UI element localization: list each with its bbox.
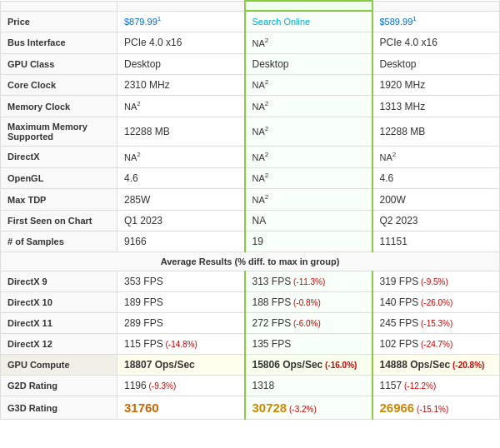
spec-v1: NA2 [118, 147, 245, 168]
spec-v2: 19 [245, 231, 372, 252]
avg-label: G2D Rating [1, 376, 118, 396]
col2-header [245, 1, 372, 11]
avg-v1: 189 FPS [118, 292, 245, 313]
price-link-v3[interactable]: $589.991 [380, 17, 417, 27]
spec-row: Memory ClockNA2NA21313 MHz [1, 96, 500, 117]
spec-label: Bus Interface [1, 32, 118, 54]
spec-row: Maximum Memory Supported12288 MBNA212288… [1, 117, 500, 147]
spec-v2: NA [245, 211, 372, 231]
spec-v3: 12288 MB [372, 117, 500, 147]
diff-v3: (-20.8%) [450, 361, 484, 370]
spec-v2: NA2 [245, 147, 372, 168]
diff-v3: (-26.0%) [418, 298, 452, 307]
spec-v2: NA2 [245, 189, 372, 211]
spec-v2: NA2 [245, 117, 372, 147]
spec-v2: NA2 [245, 167, 372, 189]
spec-row: Max TDP285WNA2200W [1, 189, 500, 211]
avg-v3: 26966 (-15.1%) [372, 396, 500, 420]
spec-v3: Q2 2023 [372, 211, 500, 231]
spec-v3: NA2 [372, 147, 500, 168]
diff-v1: (-14.8%) [163, 340, 198, 349]
avg-v1: 1196 (-9.3%) [118, 376, 245, 396]
avg-v2: 30728 (-3.2%) [245, 396, 372, 420]
section-header-text: Average Results (% diff. to max in group… [1, 252, 500, 271]
g3d-v3: 26966 [380, 401, 415, 415]
spec-row: # of Samples91661911151 [1, 231, 500, 252]
avg-v1: 31760 [118, 396, 245, 420]
spec-v1: 9166 [118, 231, 245, 252]
avg-v3: 319 FPS (-9.5%) [372, 271, 500, 292]
spec-label: Maximum Memory Supported [1, 117, 118, 147]
avg-row: DirectX 9353 FPS313 FPS (-11.3%)319 FPS … [1, 271, 500, 292]
spec-row: Bus InterfacePCIe 4.0 x16NA2PCIe 4.0 x16 [1, 32, 500, 54]
spec-v3: Desktop [372, 53, 500, 74]
spec-v1: $879.991 [118, 11, 245, 32]
section-header-row: Average Results (% diff. to max in group… [1, 252, 500, 271]
avg-v2: 135 FPS [245, 334, 372, 355]
avg-row: GPU Compute18807 Ops/Sec15806 Ops/Sec (-… [1, 355, 500, 376]
avg-v3: 245 FPS (-15.3%) [372, 313, 500, 334]
avg-v3: 1157 (-12.2%) [372, 376, 500, 396]
spec-row: OpenGL4.6NA24.6 [1, 167, 500, 189]
spec-label: Price [1, 11, 118, 32]
diff-v2: (-6.0%) [291, 319, 321, 328]
avg-row: DirectX 11289 FPS272 FPS (-6.0%)245 FPS … [1, 313, 500, 334]
col3-header [372, 1, 500, 11]
avg-v2: 188 FPS (-0.8%) [245, 292, 372, 313]
spec-v1: PCIe 4.0 x16 [118, 32, 245, 54]
col1-header [118, 1, 245, 11]
price-link-v1[interactable]: $879.991 [124, 17, 161, 27]
spec-v3: 1313 MHz [372, 96, 500, 117]
spec-v3: 11151 [372, 231, 500, 252]
spec-row: First Seen on ChartQ1 2023NAQ2 2023 [1, 211, 500, 231]
avg-row: DirectX 12115 FPS (-14.8%)135 FPS102 FPS… [1, 334, 500, 355]
spec-row: GPU ClassDesktopDesktopDesktop [1, 53, 500, 74]
avg-row: G3D Rating3176030728 (-3.2%)26966 (-15.1… [1, 396, 500, 420]
avg-v1: 289 FPS [118, 313, 245, 334]
spec-label: DirectX [1, 147, 118, 168]
diff-v3: (-9.5%) [418, 277, 448, 286]
diff-v3: (-12.2%) [402, 381, 436, 391]
avg-label: DirectX 9 [1, 271, 118, 292]
spec-v3: 200W [372, 189, 500, 211]
avg-label: DirectX 10 [1, 292, 118, 313]
spec-v1: Q1 2023 [118, 211, 245, 231]
spec-v2: NA2 [245, 96, 372, 117]
avg-v1: 18807 Ops/Sec [118, 355, 245, 376]
avg-label: DirectX 12 [1, 334, 118, 355]
search-link-v2[interactable]: Search Online [252, 17, 311, 27]
diff-v2: (-11.3%) [291, 277, 325, 286]
avg-v1: 353 FPS [118, 271, 245, 292]
spec-v1: 4.6 [118, 167, 245, 189]
spec-v1: 285W [118, 189, 245, 211]
spec-v3: PCIe 4.0 x16 [372, 32, 500, 54]
diff-v2: (-3.2%) [287, 405, 317, 414]
spec-label: Memory Clock [1, 96, 118, 117]
diff-v2: (-0.8%) [291, 298, 321, 307]
empty-header [1, 1, 118, 11]
spec-v1: 12288 MB [118, 117, 245, 147]
spec-v1: 2310 MHz [118, 74, 245, 96]
spec-row: DirectXNA2NA2NA2 [1, 147, 500, 168]
spec-label: Core Clock [1, 74, 118, 96]
avg-v3: 14888 Ops/Sec (-20.8%) [372, 355, 500, 376]
spec-v2: Search Online [245, 11, 372, 32]
diff-v1: (-9.3%) [147, 381, 177, 391]
spec-label: GPU Class [1, 53, 118, 74]
avg-label: DirectX 11 [1, 313, 118, 334]
spec-v1: NA2 [118, 96, 245, 117]
g3d-v2: 30728 [252, 401, 288, 415]
avg-v1: 115 FPS (-14.8%) [118, 334, 245, 355]
spec-label: # of Samples [1, 231, 118, 252]
diff-v3: (-15.3%) [418, 319, 452, 328]
avg-label: G3D Rating [1, 396, 118, 420]
diff-v3: (-15.1%) [414, 405, 448, 414]
spec-label: OpenGL [1, 167, 118, 189]
spec-row: Core Clock2310 MHzNA21920 MHz [1, 74, 500, 96]
spec-v3: $589.991 [372, 11, 500, 32]
avg-row: DirectX 10189 FPS188 FPS (-0.8%)140 FPS … [1, 292, 500, 313]
avg-v3: 102 FPS (-24.7%) [372, 334, 500, 355]
spec-label: Max TDP [1, 189, 118, 211]
g3d-v1: 31760 [124, 401, 159, 415]
spec-label: First Seen on Chart [1, 211, 118, 231]
